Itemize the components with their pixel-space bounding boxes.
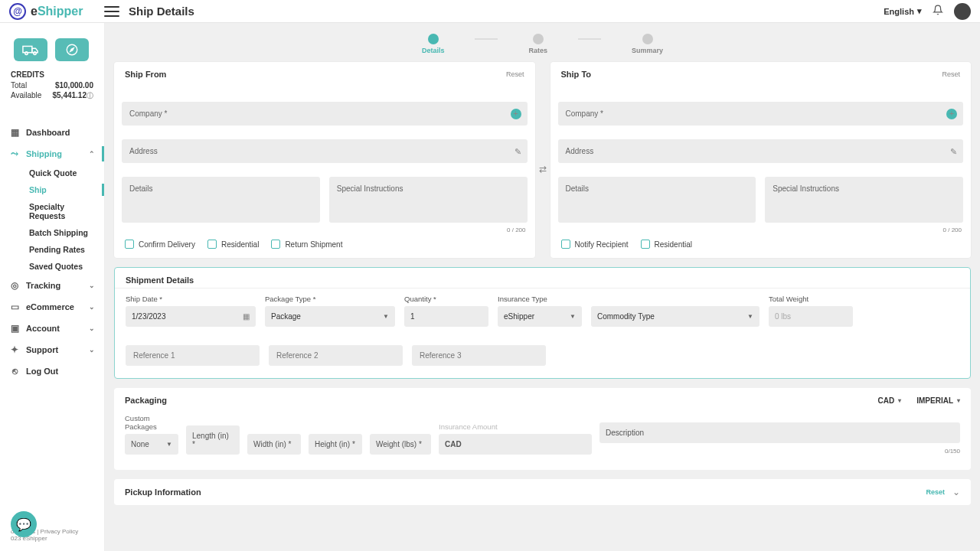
shipment-details-panel: Shipment Details Ship Date * 1/23/2023▦ … — [114, 267, 971, 379]
account-icon: ▣ — [9, 323, 20, 334]
chevron-down-icon: ▾ — [898, 397, 901, 404]
packaging-title: Packaging — [125, 396, 167, 405]
unit-toggle[interactable]: IMPERIAL▾ — [916, 396, 960, 405]
weight-input[interactable]: Weight (lbs) * — [370, 434, 431, 455]
add-icon[interactable]: + — [946, 109, 957, 119]
nav-logout[interactable]: ⎋Log Out — [0, 360, 104, 382]
ship-to-details-input[interactable]: Details — [558, 177, 756, 223]
subnav-pending[interactable]: Pending Rates — [0, 241, 104, 258]
menu-toggle-icon[interactable] — [104, 6, 119, 17]
edit-icon[interactable]: ✎ — [514, 146, 521, 156]
return-shipment-checkbox[interactable]: Return Shipment — [271, 240, 342, 249]
ship-date-input[interactable]: 1/23/2023▦ — [126, 306, 256, 327]
ship-date-label: Ship Date * — [126, 295, 256, 303]
nav-dashboard[interactable]: ▦Dashboard — [0, 122, 104, 143]
char-counter: 0 / 200 — [943, 227, 962, 233]
svg-point-2 — [34, 52, 37, 55]
logout-icon: ⎋ — [9, 366, 20, 377]
width-input[interactable]: Width (in) * — [247, 434, 301, 455]
chevron-down-icon[interactable]: ⌄ — [952, 487, 960, 497]
chevron-down-icon: ⌄ — [89, 324, 95, 332]
quantity-label: Quantity * — [404, 295, 488, 303]
currency-toggle[interactable]: CAD▾ — [878, 396, 902, 405]
insurance-type-select[interactable]: eShipper▼ — [498, 306, 582, 327]
ship-to-company-input[interactable]: Company *+ — [558, 102, 964, 126]
ship-from-reset[interactable]: Reset — [506, 70, 524, 78]
insurance-amount-input[interactable]: CAD — [439, 434, 592, 455]
insurance-amount-label: Insurance Amount — [439, 422, 592, 431]
ship-from-address-input[interactable]: Address✎ — [122, 139, 528, 163]
nav-ecommerce[interactable]: ▭eCommerce⌄ — [0, 296, 104, 318]
ship-from-company-input[interactable]: Company *+ — [122, 102, 528, 126]
language-selector[interactable]: English▾ — [884, 6, 922, 16]
calendar-icon: ▦ — [243, 312, 250, 321]
subnav-batch[interactable]: Batch Shipping — [0, 224, 104, 241]
reference-3-input[interactable]: Reference 3 — [412, 345, 546, 366]
shipping-icon: ⤳ — [9, 148, 20, 159]
swap-icon[interactable]: ⇄ — [535, 161, 550, 177]
chevron-down-icon: ▼ — [383, 313, 389, 320]
tracking-icon: ◎ — [9, 280, 20, 291]
ecommerce-icon: ▭ — [9, 302, 20, 312]
chevron-down-icon: ⌄ — [89, 303, 95, 311]
notify-recipient-checkbox[interactable]: Notify Recipient — [561, 240, 629, 249]
credits-available-label: Available — [11, 91, 41, 101]
notifications-icon[interactable] — [933, 5, 943, 18]
ship-to-special-input[interactable]: Special Instructions0 / 200 — [765, 177, 963, 223]
description-input[interactable]: Description — [599, 422, 960, 443]
step-rates[interactable]: Rates — [528, 34, 547, 54]
chevron-down-icon: ⌄ — [89, 282, 95, 289]
custom-packages-select[interactable]: None▼ — [125, 434, 178, 455]
shipment-details-title: Shipment Details — [115, 268, 970, 289]
nav-support[interactable]: ✦Support⌄ — [0, 339, 104, 360]
residential-to-checkbox[interactable]: Residential — [641, 240, 692, 249]
page-title: Ship Details — [129, 5, 194, 18]
subnav-quick-quote[interactable]: Quick Quote — [0, 165, 104, 181]
svg-marker-4 — [70, 48, 74, 52]
subnav-specialty[interactable]: Specialty Requests — [0, 198, 104, 224]
nav-shipping[interactable]: ⤳Shipping⌃ — [0, 143, 104, 165]
ship-to-address-input[interactable]: Address✎ — [558, 139, 964, 163]
nav-tracking[interactable]: ◎Tracking⌄ — [0, 275, 104, 296]
reference-1-input[interactable]: Reference 1 — [126, 345, 260, 366]
height-input[interactable]: Height (in) * — [309, 434, 362, 455]
stepper: Details Rates Summary — [114, 34, 971, 54]
add-icon[interactable]: + — [511, 109, 521, 119]
chevron-down-icon: ▾ — [957, 397, 960, 404]
truck-icon[interactable] — [14, 38, 47, 61]
commodity-type-select[interactable]: Commodity Type▼ — [591, 306, 760, 327]
chevron-down-icon: ▼ — [570, 313, 576, 320]
compass-icon[interactable] — [55, 38, 89, 61]
quantity-input[interactable]: 1 — [404, 306, 488, 327]
step-summary[interactable]: Summary — [632, 34, 663, 54]
package-type-select[interactable]: Package▼ — [265, 306, 395, 327]
package-type-label: Package Type * — [265, 295, 395, 303]
ship-from-panel: Ship From Reset Company *+ Address✎ Deta… — [114, 62, 535, 258]
custom-packages-label: Custom Packages — [125, 414, 178, 431]
ship-to-reset[interactable]: Reset — [942, 70, 960, 78]
chevron-down-icon: ⌄ — [89, 346, 95, 354]
ship-from-special-input[interactable]: Special Instructions0 / 200 — [329, 177, 528, 223]
total-weight-display: 0 lbs — [769, 306, 853, 327]
chat-icon[interactable]: 💬 — [11, 511, 37, 537]
chevron-down-icon: ▼ — [166, 441, 172, 448]
chevron-down-icon: ▾ — [917, 6, 922, 16]
char-counter: 0 / 200 — [507, 227, 525, 233]
avatar[interactable] — [954, 3, 971, 20]
edit-icon[interactable]: ✎ — [950, 146, 957, 156]
subnav-ship[interactable]: Ship — [0, 181, 104, 198]
ship-to-title: Ship To — [561, 70, 592, 79]
confirm-delivery-checkbox[interactable]: Confirm Delivery — [125, 240, 195, 249]
chevron-down-icon: ▼ — [747, 313, 753, 320]
step-details[interactable]: Details — [422, 34, 445, 54]
nav-account[interactable]: ▣Account⌄ — [0, 318, 104, 339]
length-input[interactable]: Length (in) * — [186, 425, 240, 455]
ship-from-details-input[interactable]: Details — [122, 177, 320, 223]
residential-from-checkbox[interactable]: Residential — [207, 240, 259, 249]
subnav-saved[interactable]: Saved Quotes — [0, 258, 104, 275]
pickup-reset[interactable]: Reset — [926, 488, 945, 496]
svg-point-1 — [25, 52, 28, 55]
brand-logo-icon: @ — [9, 3, 26, 20]
ship-to-panel: Ship To Reset Company *+ Address✎ Detail… — [550, 62, 972, 258]
reference-2-input[interactable]: Reference 2 — [269, 345, 403, 366]
